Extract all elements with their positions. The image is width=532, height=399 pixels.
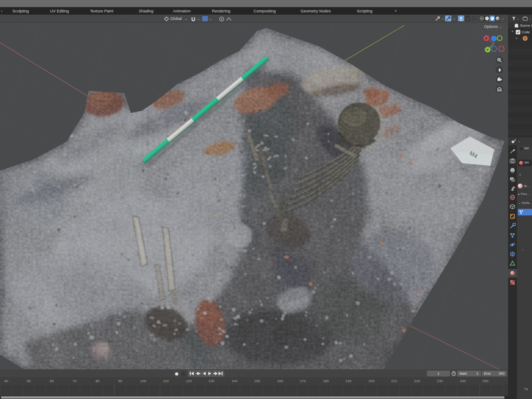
svg-text:X: X [485, 36, 488, 40]
svg-text:Y: Y [486, 48, 489, 52]
